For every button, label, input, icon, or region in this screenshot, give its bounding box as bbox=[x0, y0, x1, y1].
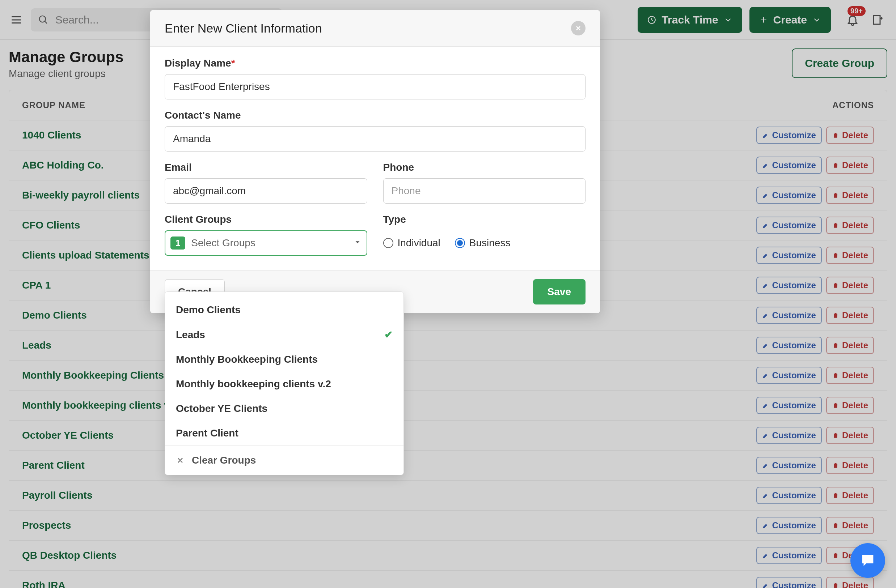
dropdown-item-label: October YE Clients bbox=[176, 403, 267, 415]
dropdown-item[interactable]: CPA 1 bbox=[165, 292, 404, 298]
clear-groups-label: Clear Groups bbox=[192, 454, 256, 466]
clear-groups-button[interactable]: Clear Groups bbox=[165, 446, 404, 475]
dropdown-item-label: Monthly Bookkeeping Clients bbox=[176, 354, 318, 365]
radio-individual-label: Individual bbox=[398, 237, 440, 249]
dropdown-item-label: Monthly bookkeeping clients v.2 bbox=[176, 378, 331, 390]
groups-placeholder: Select Groups bbox=[191, 237, 255, 249]
dropdown-item-label: Leads bbox=[176, 329, 205, 341]
dropdown-item-label: Parent Client bbox=[176, 427, 238, 439]
radio-business-label: Business bbox=[469, 237, 510, 249]
save-button[interactable]: Save bbox=[533, 279, 585, 304]
display-name-input[interactable] bbox=[165, 74, 585, 99]
dropdown-item[interactable]: Monthly bookkeeping clients v.2 bbox=[165, 372, 404, 397]
phone-input[interactable] bbox=[383, 178, 586, 204]
modal-body: Display Name* Contact's Name Email Phone… bbox=[150, 47, 600, 270]
chevron-down-icon bbox=[354, 237, 361, 249]
radio-icon bbox=[455, 238, 465, 248]
chat-icon bbox=[859, 552, 876, 569]
dropdown-item[interactable]: Leads✔ bbox=[165, 322, 404, 347]
chat-bubble-button[interactable] bbox=[850, 543, 885, 578]
dropdown-item[interactable]: Parent Client bbox=[165, 421, 404, 445]
modal-header: Enter New Client Information bbox=[150, 10, 600, 47]
close-icon bbox=[574, 24, 582, 32]
dropdown-item[interactable]: October YE Clients bbox=[165, 397, 404, 421]
display-name-label: Display Name* bbox=[165, 58, 585, 69]
dropdown-item[interactable]: Demo Clients bbox=[165, 298, 404, 322]
groups-count-badge: 1 bbox=[171, 237, 185, 249]
radio-business[interactable]: Business bbox=[455, 237, 510, 249]
modal-close-button[interactable] bbox=[571, 21, 585, 35]
client-groups-label: Client Groups bbox=[165, 214, 367, 225]
groups-dropdown: CPA 1Demo ClientsLeads✔Monthly Bookkeepi… bbox=[165, 292, 404, 475]
check-icon: ✔ bbox=[384, 329, 393, 341]
type-label: Type bbox=[383, 214, 586, 225]
dropdown-item[interactable]: Monthly Bookkeeping Clients bbox=[165, 347, 404, 372]
email-input[interactable] bbox=[165, 178, 367, 204]
new-client-modal: Enter New Client Information Display Nam… bbox=[150, 10, 600, 313]
radio-icon bbox=[383, 238, 393, 248]
dropdown-item-label: Demo Clients bbox=[176, 304, 241, 316]
phone-label: Phone bbox=[383, 162, 586, 173]
modal-title: Enter New Client Information bbox=[165, 21, 322, 35]
contact-name-input[interactable] bbox=[165, 126, 585, 152]
client-groups-select[interactable]: 1 Select Groups bbox=[165, 230, 367, 256]
type-radio-group: Individual Business bbox=[383, 230, 586, 256]
close-icon bbox=[176, 456, 184, 465]
email-label: Email bbox=[165, 162, 367, 173]
radio-individual[interactable]: Individual bbox=[383, 237, 440, 249]
contact-name-label: Contact's Name bbox=[165, 109, 585, 121]
